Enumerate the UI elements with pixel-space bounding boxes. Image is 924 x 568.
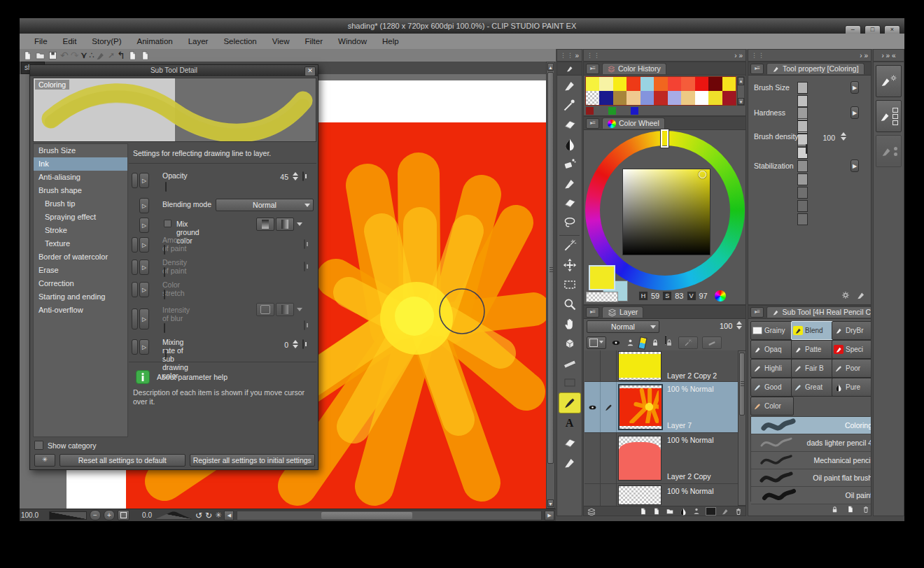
mix-ground-color-checkbox[interactable] — [164, 220, 172, 227]
category-brush-tip[interactable]: Brush tip — [34, 197, 127, 211]
dynamics-icon[interactable]: ▷ — [139, 173, 149, 188]
category-erase[interactable]: Erase — [34, 264, 127, 277]
combine-mode-icon[interactable] — [587, 336, 606, 349]
row-handle[interactable] — [132, 173, 138, 188]
collapse-icons[interactable]: › » « — [881, 52, 895, 59]
zoom-out-icon[interactable]: − — [90, 510, 101, 520]
transfer-down-icon[interactable] — [679, 507, 687, 516]
tool-move[interactable] — [559, 255, 580, 275]
open-file-icon[interactable] — [35, 50, 46, 61]
brush-density-slider[interactable] — [806, 144, 807, 154]
transparent-color-swatch[interactable] — [586, 292, 618, 302]
merge-down-icon[interactable] — [692, 507, 701, 516]
paste-page-icon[interactable] — [140, 50, 150, 61]
layer-palette-icon[interactable] — [587, 507, 596, 516]
layer-draw-cell[interactable] — [601, 382, 617, 432]
delete-subtool-icon[interactable] — [862, 505, 870, 514]
layer-visibility-cell[interactable] — [584, 382, 601, 432]
tool-eraser-soft[interactable] — [559, 193, 580, 213]
rotate-ccw-icon[interactable]: ↺ — [195, 511, 202, 520]
recent-color-swatch[interactable] — [586, 107, 594, 115]
scroll-up-icon[interactable]: ▲ — [738, 77, 744, 85]
category-stroke[interactable]: Stroke — [34, 224, 127, 237]
mixing-rate-spinner[interactable] — [291, 340, 299, 348]
tool-rect-select[interactable] — [559, 275, 580, 294]
category-brush-size[interactable]: Brush Size — [34, 144, 127, 157]
brush-oil-paint[interactable]: Oil paint — [751, 487, 872, 504]
color-swatch[interactable] — [599, 91, 612, 105]
subtool-pure[interactable]: Pure — [832, 378, 872, 397]
mixing-rate-slider[interactable] — [165, 350, 167, 360]
snap-special-icon[interactable]: ∴ — [89, 50, 93, 60]
panel-menu-icon[interactable]: ▸≡ — [586, 118, 599, 129]
reset-view-icon[interactable]: ✳ — [215, 511, 221, 519]
opacity-dynamics-checkbox[interactable] — [302, 171, 304, 181]
color-swatch[interactable] — [722, 91, 736, 105]
subtool-grainy[interactable]: Grainy — [750, 321, 794, 340]
category-correction[interactable]: Correction — [34, 277, 127, 290]
dynamics-icon[interactable]: ▷ — [139, 198, 149, 213]
menu-help[interactable]: Help — [374, 37, 407, 45]
brush-density-value[interactable]: 100 — [818, 134, 835, 142]
lock-settings-icon[interactable] — [830, 505, 839, 514]
frame-icon[interactable] — [706, 507, 716, 516]
new-file-icon[interactable] — [22, 50, 33, 61]
color-swatch[interactable] — [640, 91, 654, 105]
expand-icon[interactable]: › » — [734, 52, 743, 59]
layer-row-selected[interactable]: 100 % Normal Layer 7 — [584, 382, 738, 433]
layer-scroll-thumb[interactable] — [739, 353, 745, 416]
new-folder-icon[interactable] — [666, 507, 674, 516]
color-swatch[interactable] — [668, 91, 681, 105]
category-ink[interactable]: Ink — [34, 157, 127, 171]
color-swatch[interactable] — [654, 77, 667, 91]
tool-airbrush[interactable] — [559, 154, 580, 173]
category-texture[interactable]: Texture — [34, 237, 127, 250]
tool-ruler[interactable] — [559, 353, 580, 373]
mix-dropdown-icon[interactable] — [297, 222, 302, 229]
revert-icon[interactable]: ↰ — [117, 50, 125, 60]
tool-eraser[interactable] — [559, 115, 580, 134]
snap-ruler-icon[interactable]: ⋎ — [80, 50, 87, 60]
menu-edit[interactable]: Edit — [55, 37, 85, 45]
color-swatch[interactable] — [599, 77, 612, 91]
menu-layer[interactable]: Layer — [181, 37, 216, 45]
scroll-down-icon[interactable]: ▼ — [738, 98, 744, 105]
dynamics-icon[interactable]: ▷ — [139, 218, 149, 233]
layer-visibility-cell[interactable] — [584, 484, 601, 506]
rotation-slider[interactable] — [155, 511, 192, 520]
hscroll-thumb[interactable] — [321, 512, 412, 519]
tool-zoom[interactable] — [559, 294, 580, 314]
subtool-special[interactable]: Speci — [832, 340, 872, 359]
recent-color-swatch[interactable] — [608, 107, 616, 115]
layer-opacity-value[interactable]: 100 — [720, 322, 732, 330]
copy-page-icon[interactable] — [127, 50, 138, 61]
mixing-rate-checkbox[interactable] — [302, 339, 304, 349]
color-swatch[interactable] — [681, 77, 694, 91]
undo-icon[interactable]: ↶ — [60, 50, 69, 60]
category-starting-and-ending[interactable]: Starting and ending — [34, 290, 127, 304]
tool-marker[interactable] — [559, 173, 580, 193]
color-swatch[interactable] — [626, 77, 640, 91]
canvas-hscrollbar[interactable] — [237, 511, 542, 520]
new-layer-icon[interactable] — [639, 507, 648, 516]
menu-selection[interactable]: Selection — [216, 37, 264, 45]
main-color-swatch[interactable] — [589, 265, 615, 290]
menu-file[interactable]: File — [27, 37, 55, 45]
subtool-color[interactable]: Color — [750, 397, 794, 416]
subtool-highlight[interactable]: Highli — [750, 359, 794, 378]
expand-icon[interactable]: › » — [860, 52, 868, 59]
sv-selector[interactable] — [699, 171, 706, 178]
category-anti-overflow[interactable]: Anti-overflow — [34, 304, 127, 317]
dynamics-icon[interactable]: ▷ — [139, 339, 149, 355]
rotate-cw-icon[interactable]: ↻ — [205, 511, 212, 520]
delete-layer-icon[interactable] — [734, 507, 743, 516]
color-swatch[interactable] — [654, 91, 667, 105]
layer-draw-cell[interactable] — [601, 484, 617, 506]
mix-mode-a-icon[interactable] — [256, 218, 274, 231]
expand-icon[interactable]: » — [575, 52, 579, 59]
new-subtool-icon[interactable] — [846, 505, 855, 513]
mixing-rate-value[interactable]: 0 — [277, 341, 288, 349]
brush-dads-lighter-pencil[interactable]: dads lighter pencil 4 — [751, 434, 872, 452]
color-swatch[interactable] — [668, 77, 681, 91]
color-swatch[interactable] — [681, 91, 694, 105]
